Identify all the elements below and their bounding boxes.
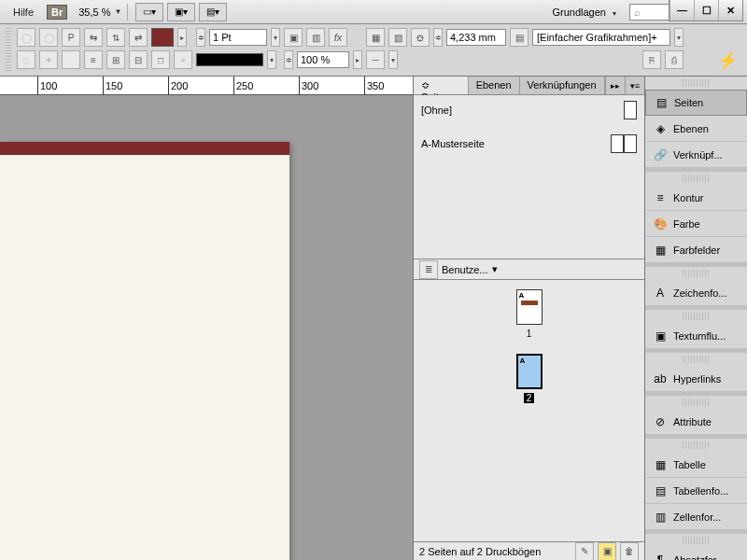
fill-dropdown[interactable]: ▸ xyxy=(177,28,187,47)
dock-tablestyles[interactable]: ▤Tabellenfo... xyxy=(645,478,747,504)
dock-grip[interactable] xyxy=(683,175,710,182)
text-tool-icon[interactable]: P xyxy=(62,28,80,47)
edit-page-icon[interactable]: ✎ xyxy=(575,542,594,561)
master-a-thumb[interactable] xyxy=(611,134,637,153)
align2-icon[interactable]: ⊞ xyxy=(106,50,125,69)
page-thumb-1[interactable]: A xyxy=(516,289,543,325)
measure-field[interactable]: 4,233 mm xyxy=(446,29,506,46)
tab-pages[interactable]: ≎ Seiten xyxy=(414,77,469,94)
pages-view-label[interactable]: Benutze... xyxy=(442,264,488,275)
pages-view-icon[interactable]: ≣ xyxy=(419,260,438,279)
shape-star-icon[interactable]: ✦ xyxy=(39,50,58,69)
quick-apply-icon[interactable]: ⚡ xyxy=(717,50,738,71)
layers-icon: ◈ xyxy=(653,121,668,136)
dock-attributes[interactable]: ⊘Attribute xyxy=(645,409,747,435)
style-dd[interactable]: ▾ xyxy=(674,28,684,47)
tab-links[interactable]: Verknüpfungen xyxy=(520,77,605,94)
master-a[interactable]: A-Musterseite xyxy=(421,138,485,149)
tab-layers[interactable]: Ebenen xyxy=(469,77,520,94)
ruler-tick: 100 xyxy=(37,77,57,95)
dock-parastyles[interactable]: ¶Absatzfor... xyxy=(645,547,747,560)
panel-menu-icon[interactable]: ▾≡ xyxy=(625,77,644,94)
dock-color[interactable]: 🎨Farbe xyxy=(645,211,747,237)
pages-list: A 1 A 2 xyxy=(414,280,644,541)
dock-grip[interactable] xyxy=(683,356,710,363)
frame-fit-icon[interactable]: ⯐ xyxy=(411,28,430,47)
workspace-switcher[interactable]: Grundlagen ▾ xyxy=(546,5,622,20)
pages-icon: ▤ xyxy=(654,95,669,110)
dock-grip[interactable] xyxy=(683,313,710,320)
align1-icon[interactable]: ≡ xyxy=(84,50,103,69)
stroke-swap-icon[interactable]: □ xyxy=(151,50,170,69)
color-icon: 🎨 xyxy=(653,217,668,231)
page-canvas[interactable] xyxy=(0,142,289,560)
stroke-style-dd[interactable]: ▾ xyxy=(267,50,276,69)
cellstyle-icon: ▥ xyxy=(653,510,668,525)
dock-links[interactable]: 🔗Verknüpf... xyxy=(645,142,747,168)
zoom-level[interactable]: 35,5 % xyxy=(78,7,110,18)
dock-hyperlinks[interactable]: abHyperlinks xyxy=(645,366,747,392)
zoom-dropdown[interactable]: ▼ xyxy=(115,7,122,16)
dock-pages[interactable]: ▤Seiten xyxy=(645,90,747,116)
wrap1-icon[interactable]: ▦ xyxy=(366,28,385,47)
maximize-button[interactable]: ☐ xyxy=(694,0,718,21)
page-thumb-2[interactable]: A xyxy=(516,354,543,389)
align3-icon[interactable]: ⊟ xyxy=(129,50,148,69)
distribute3-icon[interactable]: ⇄ xyxy=(129,28,148,47)
document-area[interactable]: 100 150 200 250 300 350 xyxy=(0,77,413,560)
stroke-style[interactable] xyxy=(196,53,263,66)
opacity-dd[interactable]: ▸ xyxy=(353,50,362,69)
dock-grip[interactable] xyxy=(683,441,710,449)
opacity-field[interactable]: 100 % xyxy=(297,51,349,68)
line-icon[interactable]: ─ xyxy=(366,50,385,69)
dock-stroke[interactable]: ≡Kontur xyxy=(645,185,747,211)
line-dd[interactable]: ▾ xyxy=(388,50,398,69)
shape-blank-icon[interactable] xyxy=(62,50,80,69)
new-page-icon[interactable]: ▣ xyxy=(598,542,616,561)
fill-swatch[interactable] xyxy=(151,28,174,47)
bridge-button[interactable]: Br xyxy=(47,5,67,20)
arrange-icon[interactable]: ▤▾ xyxy=(199,3,227,21)
minimize-button[interactable]: — xyxy=(669,0,694,21)
stroke-toggle-icon[interactable]: ▫ xyxy=(174,50,192,69)
dock-table[interactable]: ▦Tabelle xyxy=(645,452,747,478)
ruler-tick: 200 xyxy=(168,77,188,95)
shape-poly-icon[interactable]: ◇ xyxy=(17,50,35,69)
dock-swatches[interactable]: ▦Farbfelder xyxy=(645,237,747,263)
close-button[interactable]: ✕ xyxy=(718,0,742,21)
wrap2-icon[interactable]: ▧ xyxy=(388,28,407,47)
dock-charstyles[interactable]: AZeichenfo... xyxy=(645,280,747,306)
panel-collapse-icon[interactable]: ▸▸ xyxy=(605,77,625,94)
object-style-field[interactable]: [Einfacher Grafikrahmen]+ xyxy=(532,29,670,46)
dock-grip[interactable] xyxy=(683,399,710,406)
opt-a-icon[interactable]: ⎘ xyxy=(642,50,661,69)
menu-help[interactable]: Hilfe xyxy=(6,5,41,20)
weight-stepper[interactable]: ≑ xyxy=(196,28,205,47)
view-options-icon[interactable]: ▭▾ xyxy=(135,3,163,21)
delete-page-icon[interactable]: 🗑 xyxy=(620,542,639,561)
opt-b-icon[interactable]: ⎙ xyxy=(665,50,684,69)
distribute2-icon[interactable]: ⇅ xyxy=(106,28,125,47)
clip-icon[interactable]: ▥ xyxy=(306,28,325,47)
master-none-thumb[interactable] xyxy=(624,101,637,119)
dock-grip[interactable] xyxy=(683,79,710,87)
dock-layers[interactable]: ◈Ebenen xyxy=(645,116,747,142)
dock-grip[interactable] xyxy=(683,537,710,544)
style-icon[interactable]: ▤ xyxy=(510,28,529,47)
distribute1-icon[interactable]: ⇆ xyxy=(84,28,103,47)
stroke-weight-field[interactable]: 1 Pt xyxy=(209,29,267,46)
links-icon: 🔗 xyxy=(653,147,668,162)
opacity-stepper[interactable]: ≑ xyxy=(284,50,293,69)
table-icon: ▦ xyxy=(653,457,668,472)
measure-stepper[interactable]: ≑ xyxy=(433,28,443,47)
master-none[interactable]: [Ohne] xyxy=(421,105,452,116)
shape-ellipse2-icon[interactable]: ◯ xyxy=(39,28,58,47)
dock-textwrap[interactable]: ▣Textumflu... xyxy=(645,323,747,349)
fx-icon[interactable]: fx xyxy=(329,28,347,47)
dock-cellstyles[interactable]: ▥Zellenfor... xyxy=(645,504,747,530)
shape-ellipse-icon[interactable]: ◯ xyxy=(17,28,35,47)
weight-dd[interactable]: ▾ xyxy=(271,28,280,47)
dock-grip[interactable] xyxy=(683,270,710,277)
screen-mode-icon[interactable]: ▣▾ xyxy=(167,3,195,21)
effects-icon[interactable]: ▣ xyxy=(284,28,303,47)
